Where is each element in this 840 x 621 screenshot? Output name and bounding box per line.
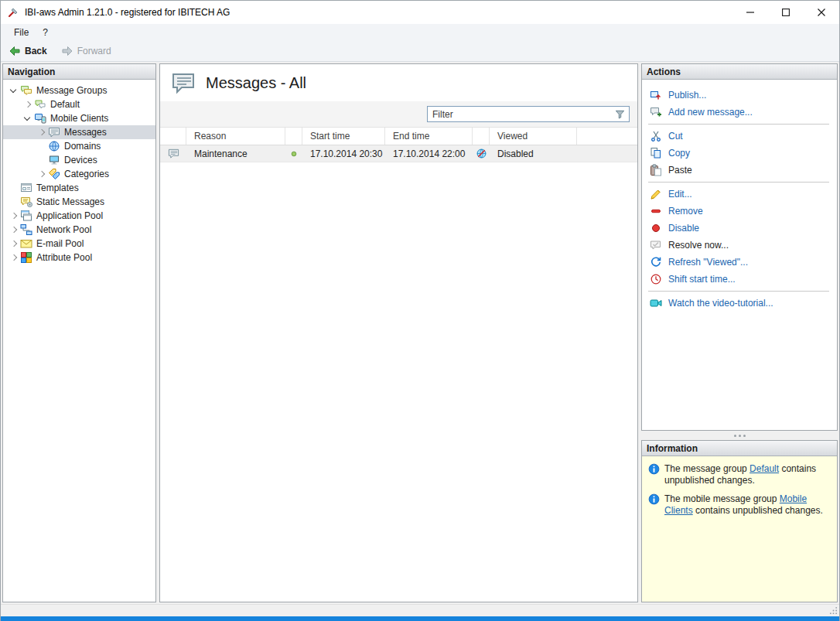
content-header: Messages - All [160,64,637,101]
chevron-right-icon[interactable] [36,126,48,138]
resolve-icon [650,239,662,251]
column-header-type[interactable] [160,128,186,145]
tree-item-attribute-pool[interactable]: Attribute Pool [3,251,155,264]
panel-splitter[interactable] [641,431,838,440]
column-header-filler [577,128,637,145]
domains-icon [48,140,60,152]
column-header-start-time[interactable]: Start time [302,128,385,145]
tree-item-messages[interactable]: Messages [3,125,155,139]
chevron-spacer [36,154,48,166]
window-title: IBI-aws Admin 1.21.0 - registered for IB… [25,7,732,18]
action-refresh-viewed[interactable]: Refresh "Viewed"... [642,254,837,271]
devices-icon [48,154,60,166]
action-publish[interactable]: Publish... [642,87,837,104]
minimize-button[interactable] [732,1,768,24]
message-groups-icon [20,84,32,97]
action-copy[interactable]: Copy [642,145,837,162]
chevron-down-icon[interactable] [22,112,34,125]
information-header: Information [642,441,837,456]
tree-item-label: Application Pool [36,210,103,221]
chevron-spacer [36,140,48,152]
action-disable[interactable]: Disable [642,220,837,237]
chevron-right-icon[interactable] [8,237,20,250]
tree-item-label: Default [50,99,80,110]
close-button[interactable] [804,1,839,24]
cell-end-time: 17.10.2014 22:00 [385,145,473,162]
action-shift-start-time[interactable]: Shift start time... [642,271,837,288]
tree-item-templates[interactable]: Templates [3,181,155,195]
action-label: Shift start time... [668,274,736,285]
resize-grip-icon[interactable] [829,606,838,615]
chevron-down-icon[interactable] [8,84,20,97]
tree-item-label: E-mail Pool [36,238,84,249]
tree-item-categories[interactable]: Categories [3,167,155,181]
tree-item-label: Templates [36,183,79,193]
tree-item-label: Categories [64,169,109,179]
back-label: Back [25,46,47,56]
action-label: Resolve now... [668,240,729,251]
column-header-viewed[interactable]: Viewed [490,128,577,145]
action-edit[interactable]: Edit... [642,186,837,203]
maximize-button[interactable] [768,1,804,24]
chevron-right-icon[interactable] [8,223,20,236]
tree-item-application-pool[interactable]: Application Pool [3,209,155,223]
forward-arrow-icon [61,45,73,57]
tree-item-domains[interactable]: Domains [3,139,155,153]
tree-item-message-groups[interactable]: Message Groups [3,84,155,97]
action-watch-the-video-tutorial[interactable]: Watch the video-tutorial... [642,295,837,312]
back-arrow-icon [9,45,21,57]
filter-input[interactable] [428,107,614,121]
mobile-clients-icon [34,112,46,125]
back-button[interactable]: Back [5,43,50,60]
splitter-dot [734,435,736,437]
info-notes: The message group Default contains unpub… [642,456,837,602]
chevron-right-icon[interactable] [36,168,48,180]
messages-page-icon [171,70,196,95]
action-paste: Paste [642,162,837,179]
email-pool-icon [20,237,32,250]
info-note-text: The mobile message group Mobile Clients … [664,493,834,517]
tree-item-static-messages[interactable]: Static Messages [3,195,155,209]
tree-item-mobile-clients[interactable]: Mobile Clients [3,111,155,125]
filter-box [427,106,630,122]
right-column: Actions Publish...Add new message...CutC… [641,63,838,602]
table-row[interactable]: Maintenance17.10.2014 20:3017.10.2014 22… [160,145,637,162]
column-header-end-time[interactable]: End time [385,128,473,145]
column-header-status[interactable] [285,128,302,145]
splitter-dot [743,435,746,437]
copy-icon [650,147,662,159]
info-note-post: contains unpublished changes. [693,505,823,516]
tree-item-network-pool[interactable]: Network Pool [3,223,155,237]
action-add-new-message[interactable]: Add new message... [642,104,837,121]
window-border-bottom [1,616,839,621]
actions-list: Publish...Add new message...CutCopyPaste… [642,80,837,430]
action-label: Publish... [668,90,706,101]
chevron-right-icon[interactable] [8,251,20,264]
viewed-disabled-icon [476,148,487,159]
menu-bar: File ? [1,24,839,41]
tree-item-e-mail-pool[interactable]: E-mail Pool [3,237,155,251]
column-header-reason[interactable]: Reason [186,128,285,145]
cell-status [285,145,302,162]
action-cut[interactable]: Cut [642,128,837,145]
title-bar: IBI-aws Admin 1.21.0 - registered for IB… [1,1,839,24]
column-header-viewed-icon[interactable] [473,128,490,145]
chevron-right-icon[interactable] [22,98,34,111]
tree-item-label: Attribute Pool [36,252,92,263]
tree-item-devices[interactable]: Devices [3,153,155,167]
chevron-right-icon[interactable] [8,210,20,222]
action-label: Paste [668,165,692,176]
info-note-text: The message group Default contains unpub… [664,463,834,486]
close-icon [818,9,825,16]
menu-file[interactable]: File [7,24,36,41]
filter-funnel-icon[interactable] [614,108,626,120]
application-pool-icon [20,210,32,222]
info-icon [648,463,660,475]
info-link-default[interactable]: Default [750,463,779,474]
tree-item-default[interactable]: Default [3,97,155,111]
menu-help[interactable]: ? [36,24,55,41]
information-panel: Information The message group Default co… [641,440,838,602]
action-remove[interactable]: Remove [642,203,837,220]
info-icon [648,493,660,505]
table-header-row: Reason Start time End time Viewed [160,128,637,145]
